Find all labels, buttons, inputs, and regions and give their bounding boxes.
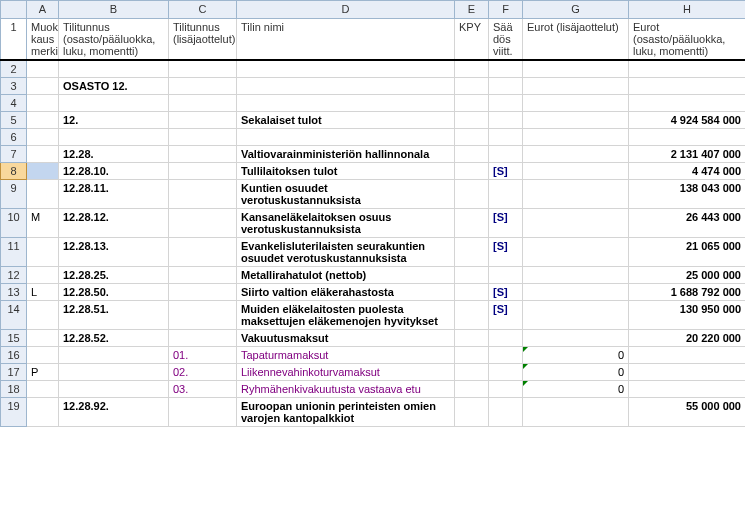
cell-H18[interactable] (629, 381, 746, 398)
cell-C2[interactable] (169, 60, 237, 78)
cell-D3[interactable] (237, 78, 455, 95)
col-header-C[interactable]: C (169, 1, 237, 19)
cell-D10[interactable]: Kansaneläkelaitoksen osuus verotuskustan… (237, 209, 455, 238)
cell-G19[interactable] (523, 398, 629, 427)
row-header-8[interactable]: 8 (1, 163, 27, 180)
cell-B19[interactable]: 12.28.92. (59, 398, 169, 427)
cell-B18[interactable] (59, 381, 169, 398)
row-header-14[interactable]: 14 (1, 301, 27, 330)
cell-C8[interactable] (169, 163, 237, 180)
row-header-18[interactable]: 18 (1, 381, 27, 398)
spreadsheet-grid[interactable]: A B C D E F G H 1 Muok kaus merki Tilitu… (0, 0, 745, 427)
cell-D2[interactable] (237, 60, 455, 78)
cell-D17[interactable]: Liikennevahinkoturvamaksut (237, 364, 455, 381)
cell-G5[interactable] (523, 112, 629, 129)
row-header-15[interactable]: 15 (1, 330, 27, 347)
cell-F17[interactable] (489, 364, 523, 381)
column-header-row[interactable]: A B C D E F G H (1, 1, 746, 19)
cell-F12[interactable] (489, 267, 523, 284)
row-header-19[interactable]: 19 (1, 398, 27, 427)
cell-B5[interactable]: 12. (59, 112, 169, 129)
cell-G14[interactable] (523, 301, 629, 330)
cell-A6[interactable] (27, 129, 59, 146)
row-header-3[interactable]: 3 (1, 78, 27, 95)
cell-F7[interactable] (489, 146, 523, 163)
cell-C18[interactable]: 03. (169, 381, 237, 398)
cell-D6[interactable] (237, 129, 455, 146)
cell-H5[interactable]: 4 924 584 000 (629, 112, 746, 129)
col-header-A[interactable]: A (27, 1, 59, 19)
cell-A18[interactable] (27, 381, 59, 398)
cell-E19[interactable] (455, 398, 489, 427)
cell-E7[interactable] (455, 146, 489, 163)
cell-A17[interactable]: P (27, 364, 59, 381)
cell-E6[interactable] (455, 129, 489, 146)
cell-A19[interactable] (27, 398, 59, 427)
cell-H2[interactable] (629, 60, 746, 78)
cell-F15[interactable] (489, 330, 523, 347)
cell-A13[interactable]: L (27, 284, 59, 301)
cell-H11[interactable]: 21 065 000 (629, 238, 746, 267)
cell-F4[interactable] (489, 95, 523, 112)
cell-H17[interactable] (629, 364, 746, 381)
cell-C12[interactable] (169, 267, 237, 284)
cell-A5[interactable] (27, 112, 59, 129)
col-header-H[interactable]: H (629, 1, 746, 19)
row-header-11[interactable]: 11 (1, 238, 27, 267)
cell-E8[interactable] (455, 163, 489, 180)
cell-F5[interactable] (489, 112, 523, 129)
cell-A14[interactable] (27, 301, 59, 330)
cell-D16[interactable]: Tapaturmamaksut (237, 347, 455, 364)
cell-A3[interactable] (27, 78, 59, 95)
cell-F16[interactable] (489, 347, 523, 364)
cell-E18[interactable] (455, 381, 489, 398)
col-header-E[interactable]: E (455, 1, 489, 19)
cell-E11[interactable] (455, 238, 489, 267)
cell-E13[interactable] (455, 284, 489, 301)
cell-F11[interactable]: [S] (489, 238, 523, 267)
cell-G2[interactable] (523, 60, 629, 78)
cell-D14[interactable]: Muiden eläkelaitosten puolesta maksettuj… (237, 301, 455, 330)
cell-D8[interactable]: Tullilaitoksen tulot (237, 163, 455, 180)
row-header-1[interactable]: 1 (1, 19, 27, 61)
cell-A10[interactable]: M (27, 209, 59, 238)
cell-H16[interactable] (629, 347, 746, 364)
cell-A11[interactable] (27, 238, 59, 267)
cell-H10[interactable]: 26 443 000 (629, 209, 746, 238)
col-header-G[interactable]: G (523, 1, 629, 19)
cell-F18[interactable] (489, 381, 523, 398)
cell-G18[interactable]: 0 (523, 381, 629, 398)
cell-E3[interactable] (455, 78, 489, 95)
cell-E4[interactable] (455, 95, 489, 112)
cell-B6[interactable] (59, 129, 169, 146)
cell-H15[interactable]: 20 220 000 (629, 330, 746, 347)
cell-B16[interactable] (59, 347, 169, 364)
row-header-16[interactable]: 16 (1, 347, 27, 364)
cell-F8[interactable]: [S] (489, 163, 523, 180)
cell-F2[interactable] (489, 60, 523, 78)
cell-G11[interactable] (523, 238, 629, 267)
select-all-corner[interactable] (1, 1, 27, 19)
cell-G15[interactable] (523, 330, 629, 347)
cell-G16[interactable]: 0 (523, 347, 629, 364)
cell-C10[interactable] (169, 209, 237, 238)
cell-E9[interactable] (455, 180, 489, 209)
cell-G7[interactable] (523, 146, 629, 163)
cell-A7[interactable] (27, 146, 59, 163)
col-header-B[interactable]: B (59, 1, 169, 19)
cell-C9[interactable] (169, 180, 237, 209)
cell-H4[interactable] (629, 95, 746, 112)
cell-B3[interactable]: OSASTO 12. (59, 78, 169, 95)
cell-B11[interactable]: 12.28.13. (59, 238, 169, 267)
cell-B4[interactable] (59, 95, 169, 112)
cell-A12[interactable] (27, 267, 59, 284)
cell-H14[interactable]: 130 950 000 (629, 301, 746, 330)
row-header-4[interactable]: 4 (1, 95, 27, 112)
cell-B13[interactable]: 12.28.50. (59, 284, 169, 301)
cell-C11[interactable] (169, 238, 237, 267)
cell-C15[interactable] (169, 330, 237, 347)
row-header-12[interactable]: 12 (1, 267, 27, 284)
cell-B10[interactable]: 12.28.12. (59, 209, 169, 238)
cell-G12[interactable] (523, 267, 629, 284)
cell-C5[interactable] (169, 112, 237, 129)
